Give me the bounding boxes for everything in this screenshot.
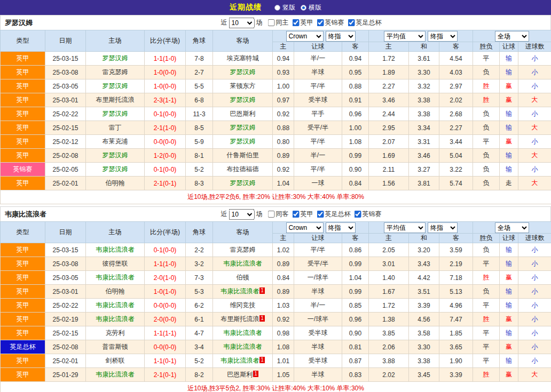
filter-option[interactable]: 英足总杯	[317, 210, 351, 219]
score-link[interactable]: 1-0(1-0)	[145, 285, 186, 299]
filter-option[interactable]: 英锦赛	[317, 18, 344, 27]
score-link[interactable]: 2-0(0-0)	[145, 313, 186, 326]
team-link[interactable]: 罗瑟汉姆	[103, 110, 128, 117]
team-link[interactable]: 罗瑟汉姆	[230, 179, 256, 187]
team-link[interactable]: 罗瑟汉姆	[103, 54, 128, 62]
away-team[interactable]: 维冈竞技	[213, 299, 273, 313]
team-link[interactable]: 埃克塞特城	[227, 54, 259, 62]
home-team[interactable]: 韦康比流浪者	[86, 243, 145, 257]
away-team[interactable]: 罗瑟汉姆	[213, 93, 273, 107]
filter-option[interactable]: 英足总杯	[348, 18, 382, 27]
team-link[interactable]: 韦康比流浪者	[96, 301, 135, 309]
filter-checkbox[interactable]	[317, 19, 324, 26]
team-link[interactable]: 彼得堡联	[103, 260, 128, 267]
score-link[interactable]: 0-0(0-0)	[145, 299, 186, 313]
home-team[interactable]: 雷丁	[86, 121, 145, 135]
team-link[interactable]: 伯顿	[237, 274, 249, 281]
home-team[interactable]: 布莱克浦	[86, 135, 145, 149]
team-link[interactable]: 韦康比流浪者	[224, 343, 262, 350]
filter-checkbox[interactable]	[293, 211, 300, 218]
recent-count-select[interactable]: 10	[229, 18, 255, 28]
team-link[interactable]: 韦康比流浪者	[96, 315, 135, 323]
team-link[interactable]: 雷丁	[109, 124, 122, 131]
away-team[interactable]: 韦康比流浪者1	[213, 354, 273, 368]
filter-checkbox[interactable]	[293, 19, 300, 26]
team-link[interactable]: 罗瑟汉姆	[230, 138, 256, 145]
odds-company-select[interactable]: Crown	[286, 31, 324, 42]
score-link[interactable]: 1-0(0-0)	[145, 66, 186, 79]
team-link[interactable]: 布莱克浦	[103, 138, 128, 145]
filter-option[interactable]: 同客	[268, 210, 289, 219]
odds-stage-select[interactable]: 终指	[326, 222, 356, 233]
team-link[interactable]: 韦康比流浪者	[221, 287, 259, 295]
team-link[interactable]: 罗瑟汉姆	[103, 82, 128, 90]
filter-checkbox[interactable]	[355, 211, 361, 218]
filter-option[interactable]: 英甲	[293, 18, 313, 27]
team-link[interactable]: 莱顿东方	[230, 82, 256, 90]
team-link[interactable]: 雷克瑟姆	[103, 68, 128, 76]
filter-option[interactable]: 英锦赛	[355, 210, 382, 219]
scope-select[interactable]: 全场	[495, 31, 529, 42]
team-link[interactable]: 韦康比流浪者	[224, 329, 262, 337]
score-link[interactable]: 1-1(1-0)	[145, 257, 186, 271]
score-link[interactable]: 1-1(1-1)	[145, 326, 186, 340]
away-team[interactable]: 巴恩斯利1	[213, 368, 273, 382]
away-team[interactable]: 罗瑟汉姆	[213, 121, 273, 135]
score-link[interactable]: 0-0(0-0)	[145, 340, 186, 354]
home-team[interactable]: 韦康比流浪者	[86, 368, 145, 382]
team-link[interactable]: 布里斯托流浪	[96, 96, 135, 103]
team-link[interactable]: 雷克瑟姆	[230, 246, 256, 253]
away-team[interactable]: 莱顿东方	[213, 79, 273, 93]
away-team[interactable]: 雷克瑟姆	[213, 243, 273, 257]
away-team[interactable]: 韦康比流浪者	[213, 257, 273, 271]
home-team[interactable]: 韦康比流浪者	[86, 313, 145, 326]
score-link[interactable]: 1-2(0-0)	[145, 149, 186, 163]
away-team[interactable]: 伯顿	[213, 271, 273, 285]
away-team[interactable]: 巴恩斯利	[213, 107, 273, 121]
score-link[interactable]: 2-0(1-0)	[145, 271, 186, 285]
home-team[interactable]: 韦康比流浪者	[86, 271, 145, 285]
team-link[interactable]: 布里斯托流浪	[221, 315, 259, 323]
score-link[interactable]: 2-1(0-1)	[145, 177, 186, 190]
score-link[interactable]: 1-1(0-1)	[145, 354, 186, 368]
away-team[interactable]: 布里斯托流浪1	[213, 313, 273, 326]
away-team[interactable]: 罗瑟汉姆	[213, 135, 273, 149]
filter-checkbox[interactable]	[348, 19, 355, 26]
team-link[interactable]: 罗瑟汉姆	[103, 151, 128, 159]
home-team[interactable]: 罗瑟汉姆	[86, 149, 145, 163]
team-link[interactable]: 什鲁斯伯里	[227, 151, 259, 159]
team-link[interactable]: 罗瑟汉姆	[230, 124, 256, 131]
score-link[interactable]: 2-1(0-1)	[145, 368, 186, 382]
layout-radio-selected[interactable]: 横版	[301, 3, 321, 12]
home-team[interactable]: 罗瑟汉姆	[86, 52, 145, 66]
home-team[interactable]: 彼得堡联	[86, 257, 145, 271]
team-link[interactable]: 巴恩斯利	[230, 110, 256, 117]
euro-stage-select[interactable]: 终指	[428, 31, 458, 42]
score-link[interactable]: 0-1(0-0)	[145, 107, 186, 121]
score-link[interactable]: 0-1(0-0)	[145, 243, 186, 257]
team-link[interactable]: 韦康比流浪者	[224, 260, 262, 267]
filter-checkbox[interactable]	[317, 211, 324, 218]
score-link[interactable]: 0-0(0-0)	[145, 135, 186, 149]
home-team[interactable]: 伯明翰	[86, 177, 145, 190]
home-team[interactable]: 克劳利	[86, 326, 145, 340]
home-team[interactable]: 罗瑟汉姆	[86, 107, 145, 121]
home-team[interactable]: 布里斯托流浪	[86, 93, 145, 107]
home-team[interactable]: 雷克瑟姆	[86, 66, 145, 79]
euro-average-select[interactable]: 平均值	[384, 222, 426, 233]
team-link[interactable]: 剑桥联	[106, 357, 125, 364]
home-team[interactable]: 伯明翰	[86, 285, 145, 299]
away-team[interactable]: 韦康比流浪者1	[213, 285, 273, 299]
away-team[interactable]: 韦康比流浪者	[213, 326, 273, 340]
team-link[interactable]: 伯明翰	[106, 179, 125, 187]
away-team[interactable]: 韦康比流浪者	[213, 340, 273, 354]
layout-radio[interactable]: 竖版	[274, 3, 295, 12]
score-link[interactable]: 0-1(0-0)	[145, 163, 186, 177]
euro-average-select[interactable]: 平均值	[384, 31, 426, 42]
filter-option[interactable]: 同主	[268, 18, 289, 27]
scope-select[interactable]: 全场	[495, 222, 529, 233]
home-team[interactable]: 罗瑟汉姆	[86, 79, 145, 93]
team-link[interactable]: 维冈竞技	[230, 301, 256, 309]
score-link[interactable]: 2-3(1-1)	[145, 93, 186, 107]
away-team[interactable]: 埃克塞特城	[213, 52, 273, 66]
